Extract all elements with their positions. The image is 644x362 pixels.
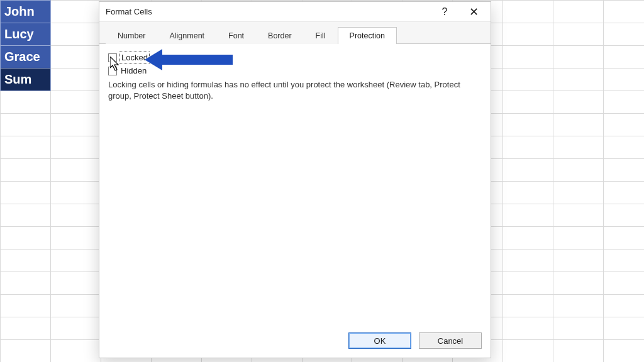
cell-name[interactable]: Grace [1,46,51,69]
ok-button[interactable]: OK [348,332,411,349]
locked-checkbox[interactable] [108,53,117,62]
hidden-checkbox-row: Hidden [108,66,482,75]
close-icon: ✕ [469,5,479,19]
dialog-buttons: OK Cancel [99,326,491,358]
cell-text: Lucy [4,27,34,41]
cell-text: John [4,4,35,18]
dialog-title: Format Cells [106,7,152,16]
tab-label: Fill [316,31,326,40]
help-button[interactable]: ? [430,3,459,21]
cell-text: Sum [4,72,31,86]
cancel-button[interactable]: Cancel [419,332,482,349]
tab-label: Number [118,31,145,40]
tab-border[interactable]: Border [256,27,304,44]
button-label: Cancel [438,336,463,346]
close-button[interactable]: ✕ [459,3,488,21]
tab-strip: Number Alignment Font Border Fill Protec… [99,22,491,44]
tab-protection[interactable]: Protection [338,27,397,44]
hidden-checkbox[interactable] [108,67,117,75]
hidden-label: Hidden [121,66,147,75]
locked-label: Locked [121,53,148,62]
tab-label: Border [268,31,292,40]
help-icon: ? [442,6,448,18]
protection-description: Locking cells or hiding formulas has no … [108,79,473,101]
dialog-body: Locked Hidden Locking cells or hiding fo… [99,44,491,326]
format-cells-dialog: Format Cells ? ✕ Number Alignment Font B… [99,1,491,358]
tab-alignment[interactable]: Alignment [157,27,216,44]
cell-name[interactable]: Sum [1,69,51,91]
titlebar: Format Cells ? ✕ [99,2,491,22]
tab-font[interactable]: Font [216,27,256,44]
cell-text: Grace [4,50,40,63]
cell-name[interactable]: John [1,1,51,23]
tab-label: Alignment [169,31,204,40]
button-label: OK [374,336,386,346]
locked-checkbox-row: Locked [108,53,482,62]
tab-label: Font [228,31,244,40]
cell-name[interactable]: Lucy [1,23,51,46]
tab-fill[interactable]: Fill [304,27,338,44]
tab-label: Protection [350,31,385,40]
tab-number[interactable]: Number [106,27,157,44]
